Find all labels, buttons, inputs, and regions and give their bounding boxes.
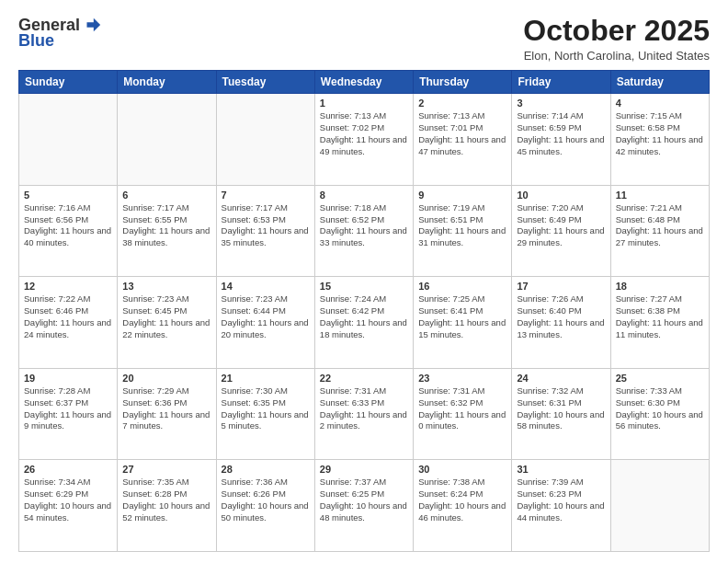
col-tuesday: Tuesday bbox=[216, 71, 314, 94]
day-number: 26 bbox=[24, 464, 112, 475]
table-row: 31Sunrise: 7:39 AM Sunset: 6:23 PM Dayli… bbox=[512, 460, 610, 552]
day-info: Sunrise: 7:32 AM Sunset: 6:31 PM Dayligh… bbox=[517, 385, 605, 432]
day-number: 1 bbox=[320, 98, 408, 109]
day-info: Sunrise: 7:17 AM Sunset: 6:55 PM Dayligh… bbox=[122, 202, 210, 249]
day-info: Sunrise: 7:31 AM Sunset: 6:32 PM Dayligh… bbox=[418, 385, 506, 432]
calendar-week-row: 12Sunrise: 7:22 AM Sunset: 6:46 PM Dayli… bbox=[19, 277, 710, 369]
day-number: 9 bbox=[418, 190, 506, 201]
header-right: October 2025 Elon, North Carolina, Unite… bbox=[523, 15, 710, 63]
svg-marker-0 bbox=[87, 18, 101, 32]
day-info: Sunrise: 7:18 AM Sunset: 6:52 PM Dayligh… bbox=[320, 202, 408, 249]
month-title: October 2025 bbox=[523, 15, 710, 47]
day-info: Sunrise: 7:13 AM Sunset: 7:01 PM Dayligh… bbox=[418, 110, 506, 157]
day-info: Sunrise: 7:13 AM Sunset: 7:02 PM Dayligh… bbox=[320, 110, 408, 157]
table-row: 2Sunrise: 7:13 AM Sunset: 7:01 PM Daylig… bbox=[414, 94, 512, 186]
day-info: Sunrise: 7:23 AM Sunset: 6:44 PM Dayligh… bbox=[222, 293, 310, 340]
day-info: Sunrise: 7:21 AM Sunset: 6:48 PM Dayligh… bbox=[616, 202, 704, 249]
table-row: 13Sunrise: 7:23 AM Sunset: 6:45 PM Dayli… bbox=[118, 277, 216, 369]
calendar-week-row: 19Sunrise: 7:28 AM Sunset: 6:37 PM Dayli… bbox=[19, 368, 710, 460]
table-row: 20Sunrise: 7:29 AM Sunset: 6:36 PM Dayli… bbox=[118, 368, 216, 460]
calendar-header-row: Sunday Monday Tuesday Wednesday Thursday… bbox=[19, 71, 710, 94]
table-row: 16Sunrise: 7:25 AM Sunset: 6:41 PM Dayli… bbox=[414, 277, 512, 369]
day-info: Sunrise: 7:30 AM Sunset: 6:35 PM Dayligh… bbox=[222, 385, 310, 432]
day-number: 21 bbox=[222, 373, 310, 384]
table-row: 30Sunrise: 7:38 AM Sunset: 6:24 PM Dayli… bbox=[414, 460, 512, 552]
table-row: 26Sunrise: 7:34 AM Sunset: 6:29 PM Dayli… bbox=[19, 460, 118, 552]
table-row: 5Sunrise: 7:16 AM Sunset: 6:56 PM Daylig… bbox=[19, 185, 118, 277]
page: General Blue October 2025 Elon, North Ca… bbox=[0, 0, 728, 563]
day-number: 6 bbox=[122, 190, 210, 201]
table-row: 19Sunrise: 7:28 AM Sunset: 6:37 PM Dayli… bbox=[19, 368, 118, 460]
day-info: Sunrise: 7:17 AM Sunset: 6:53 PM Dayligh… bbox=[222, 202, 310, 249]
header: General Blue October 2025 Elon, North Ca… bbox=[18, 15, 710, 63]
day-number: 30 bbox=[418, 464, 506, 475]
table-row: 1Sunrise: 7:13 AM Sunset: 7:02 PM Daylig… bbox=[314, 94, 413, 186]
day-number: 14 bbox=[222, 281, 310, 292]
day-info: Sunrise: 7:29 AM Sunset: 6:36 PM Dayligh… bbox=[122, 385, 210, 432]
calendar-table: Sunday Monday Tuesday Wednesday Thursday… bbox=[18, 70, 710, 552]
day-number: 2 bbox=[418, 98, 506, 109]
day-info: Sunrise: 7:33 AM Sunset: 6:30 PM Dayligh… bbox=[616, 385, 704, 432]
table-row: 28Sunrise: 7:36 AM Sunset: 6:26 PM Dayli… bbox=[216, 460, 314, 552]
day-number: 28 bbox=[222, 464, 310, 475]
calendar-week-row: 26Sunrise: 7:34 AM Sunset: 6:29 PM Dayli… bbox=[19, 460, 710, 552]
day-number: 3 bbox=[517, 98, 605, 109]
col-monday: Monday bbox=[118, 71, 216, 94]
day-info: Sunrise: 7:24 AM Sunset: 6:42 PM Dayligh… bbox=[320, 293, 408, 340]
day-number: 29 bbox=[320, 464, 408, 475]
logo: General Blue bbox=[18, 15, 102, 51]
table-row bbox=[19, 94, 118, 186]
day-info: Sunrise: 7:27 AM Sunset: 6:38 PM Dayligh… bbox=[616, 293, 704, 340]
day-number: 18 bbox=[616, 281, 704, 292]
table-row: 18Sunrise: 7:27 AM Sunset: 6:38 PM Dayli… bbox=[610, 277, 709, 369]
day-info: Sunrise: 7:38 AM Sunset: 6:24 PM Dayligh… bbox=[418, 477, 506, 523]
day-number: 27 bbox=[122, 464, 210, 475]
table-row: 4Sunrise: 7:15 AM Sunset: 6:58 PM Daylig… bbox=[610, 94, 709, 186]
day-number: 15 bbox=[320, 281, 408, 292]
table-row: 23Sunrise: 7:31 AM Sunset: 6:32 PM Dayli… bbox=[414, 368, 512, 460]
day-number: 25 bbox=[616, 373, 704, 384]
table-row: 9Sunrise: 7:19 AM Sunset: 6:51 PM Daylig… bbox=[414, 185, 512, 277]
day-info: Sunrise: 7:15 AM Sunset: 6:58 PM Dayligh… bbox=[616, 110, 704, 157]
table-row: 11Sunrise: 7:21 AM Sunset: 6:48 PM Dayli… bbox=[610, 185, 709, 277]
day-number: 12 bbox=[24, 281, 112, 292]
table-row: 24Sunrise: 7:32 AM Sunset: 6:31 PM Dayli… bbox=[512, 368, 610, 460]
day-number: 13 bbox=[122, 281, 210, 292]
table-row: 8Sunrise: 7:18 AM Sunset: 6:52 PM Daylig… bbox=[314, 185, 413, 277]
day-number: 16 bbox=[418, 281, 506, 292]
table-row: 6Sunrise: 7:17 AM Sunset: 6:55 PM Daylig… bbox=[118, 185, 216, 277]
day-info: Sunrise: 7:34 AM Sunset: 6:29 PM Dayligh… bbox=[24, 477, 112, 523]
location: Elon, North Carolina, United States bbox=[523, 49, 710, 63]
day-info: Sunrise: 7:16 AM Sunset: 6:56 PM Dayligh… bbox=[24, 202, 112, 249]
day-number: 23 bbox=[418, 373, 506, 384]
day-info: Sunrise: 7:35 AM Sunset: 6:28 PM Dayligh… bbox=[122, 477, 210, 523]
table-row: 10Sunrise: 7:20 AM Sunset: 6:49 PM Dayli… bbox=[512, 185, 610, 277]
col-saturday: Saturday bbox=[610, 71, 709, 94]
table-row: 29Sunrise: 7:37 AM Sunset: 6:25 PM Dayli… bbox=[314, 460, 413, 552]
day-number: 10 bbox=[517, 190, 605, 201]
table-row: 21Sunrise: 7:30 AM Sunset: 6:35 PM Dayli… bbox=[216, 368, 314, 460]
table-row: 25Sunrise: 7:33 AM Sunset: 6:30 PM Dayli… bbox=[610, 368, 709, 460]
col-wednesday: Wednesday bbox=[314, 71, 413, 94]
day-info: Sunrise: 7:36 AM Sunset: 6:26 PM Dayligh… bbox=[222, 477, 310, 523]
col-sunday: Sunday bbox=[19, 71, 118, 94]
day-info: Sunrise: 7:22 AM Sunset: 6:46 PM Dayligh… bbox=[24, 293, 112, 340]
day-number: 5 bbox=[24, 190, 112, 201]
table-row bbox=[610, 460, 709, 552]
day-number: 7 bbox=[222, 190, 310, 201]
table-row: 14Sunrise: 7:23 AM Sunset: 6:44 PM Dayli… bbox=[216, 277, 314, 369]
calendar-week-row: 5Sunrise: 7:16 AM Sunset: 6:56 PM Daylig… bbox=[19, 185, 710, 277]
calendar-week-row: 1Sunrise: 7:13 AM Sunset: 7:02 PM Daylig… bbox=[19, 94, 710, 186]
col-friday: Friday bbox=[512, 71, 610, 94]
table-row: 22Sunrise: 7:31 AM Sunset: 6:33 PM Dayli… bbox=[314, 368, 413, 460]
day-info: Sunrise: 7:14 AM Sunset: 6:59 PM Dayligh… bbox=[517, 110, 605, 157]
day-info: Sunrise: 7:25 AM Sunset: 6:41 PM Dayligh… bbox=[418, 293, 506, 340]
day-info: Sunrise: 7:39 AM Sunset: 6:23 PM Dayligh… bbox=[517, 477, 605, 523]
table-row bbox=[216, 94, 314, 186]
day-number: 19 bbox=[24, 373, 112, 384]
table-row: 12Sunrise: 7:22 AM Sunset: 6:46 PM Dayli… bbox=[19, 277, 118, 369]
day-number: 31 bbox=[517, 464, 605, 475]
table-row: 3Sunrise: 7:14 AM Sunset: 6:59 PM Daylig… bbox=[512, 94, 610, 186]
table-row: 17Sunrise: 7:26 AM Sunset: 6:40 PM Dayli… bbox=[512, 277, 610, 369]
logo-icon bbox=[82, 15, 102, 35]
